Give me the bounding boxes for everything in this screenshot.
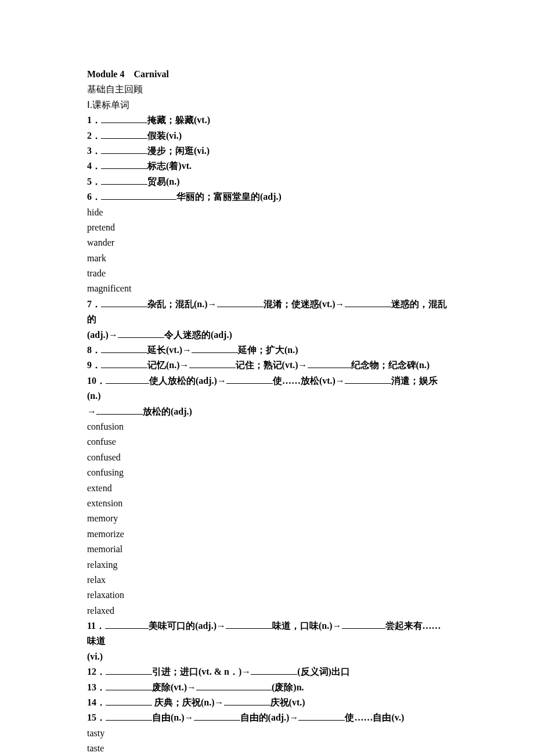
answer-tasty: tasty [87,726,447,741]
answer-confusion: confusion [87,419,447,434]
blank [105,619,149,629]
answer-memorize: memorize [87,527,447,542]
blank [226,374,273,384]
answer-relaxing: relaxing [87,557,447,573]
blank [101,297,147,307]
answer-extension: extension [87,496,447,511]
blank [217,297,264,307]
question-7: 7．杂乱；混乱(n.)→混淆；使迷惑(vt.)→迷惑的，混乱的(adj.)→令人… [87,297,447,343]
blank [101,113,147,123]
question-5: 5．贸易(n.) [87,174,447,189]
blank [342,619,385,629]
blank [118,328,164,338]
blank [194,711,240,721]
blank [345,374,391,384]
answer-trade: trade [87,266,447,281]
answer-magnificent: magnificent [87,281,447,296]
blank [101,175,147,185]
blank [298,711,345,721]
answer-memory: memory [87,511,447,526]
question-6: 6．华丽的；富丽堂皇的(adj.) [87,189,447,204]
answer-extend: extend [87,481,447,496]
question-13: 13．废除(vt.)→(废除)n. [87,680,447,695]
blank [101,358,147,368]
answer-relax: relax [87,573,447,588]
answer-hide: hide [87,205,447,220]
question-1: 1．掩藏；躲藏(vt.) [87,113,447,128]
question-11: 11．美味可口的(adj.)→味道，口味(n.)→尝起来有……味道(vi.) [87,618,447,664]
answer-taste-1: taste [87,741,447,756]
answer-confused: confused [87,450,447,465]
answer-pretend: pretend [87,220,447,235]
answer-relaxation: relaxation [87,588,447,603]
blank [106,681,152,690]
blank [101,190,176,200]
question-9: 9．记忆(n.)→记住；熟记(vt.)→纪念物；纪念碑(n.) [87,358,447,373]
blank [106,374,149,384]
blank [189,358,236,368]
question-12: 12．引进；进口(vt. & n．)→(反义词)出口 [87,664,447,679]
question-4: 4．标志(着)vt. [87,159,447,174]
answer-memorial: memorial [87,542,447,557]
blank [101,129,147,139]
question-10: 10．使人放松的(adj.)→使……放松(vt.)→消遣；娱乐(n.)→放松的(… [87,373,447,419]
answer-confusing: confusing [87,465,447,480]
answer-mark: mark [87,251,447,266]
blank [196,681,272,690]
blank [96,405,143,415]
blank [106,665,152,675]
answer-confuse: confuse [87,434,447,449]
blank [226,619,272,629]
question-3: 3．漫步；闲逛(vi.) [87,143,447,159]
module-title: Module 4 Carnival [87,67,447,82]
blank [101,144,147,154]
question-8: 8．延长(vt.)→延伸；扩大(n.) [87,343,447,358]
question-2: 2．假装(vi.) [87,128,447,143]
blank [224,696,270,705]
blank [251,665,297,675]
question-15: 15．自由(n.)→自由的(adj.)→使……自由(v.) [87,710,447,725]
blank [101,159,147,169]
section-review: 基础自主回顾 [87,82,447,97]
answer-relaxed: relaxed [87,603,447,618]
blank [101,343,147,353]
blank [345,297,391,307]
answer-wander: wander [87,235,447,250]
question-14: 14． 庆典；庆祝(n.)→庆祝(vt.) [87,695,447,710]
blank [308,358,351,368]
blank [106,696,152,705]
section-vocab: Ⅰ.课标单词 [87,98,447,113]
blank [106,711,152,721]
blank [192,343,238,353]
